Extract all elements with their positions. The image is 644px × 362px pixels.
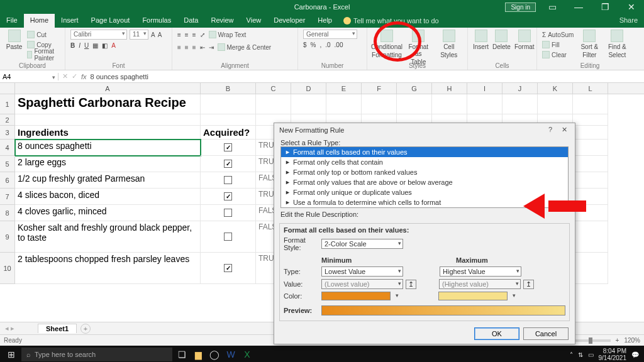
notifications-icon[interactable]: 💬 xyxy=(631,351,639,358)
align-center-icon[interactable]: ≡ xyxy=(185,44,189,51)
cell[interactable] xyxy=(573,114,608,126)
grow-font-icon[interactable]: A xyxy=(151,30,155,40)
start-button[interactable]: ⊞ xyxy=(1,349,21,359)
explorer-icon[interactable]: ▆ xyxy=(191,348,205,361)
tray-battery-icon[interactable]: ▭ xyxy=(588,351,594,358)
cell[interactable]: 8 ounces spaghetti xyxy=(15,140,201,156)
cell[interactable]: Kosher salt and freshly ground black pep… xyxy=(15,221,201,253)
cell[interactable] xyxy=(573,189,608,205)
checkbox[interactable] xyxy=(224,264,232,272)
indent-dec-icon[interactable]: ⇤ xyxy=(200,44,205,51)
cell[interactable] xyxy=(15,114,201,126)
cell[interactable] xyxy=(573,126,608,140)
checkbox[interactable] xyxy=(224,192,232,200)
taskbar-search[interactable]: ⌕Type here to search xyxy=(21,348,172,361)
cut-button[interactable]: Cut xyxy=(27,30,60,40)
tab-file[interactable]: File xyxy=(0,14,24,28)
close-icon[interactable]: ✕ xyxy=(621,2,641,12)
border-button[interactable]: ▦ xyxy=(92,42,98,49)
tab-view[interactable]: View xyxy=(240,14,268,28)
conditional-formatting-button[interactable]: ConditionalFormatting xyxy=(372,30,401,58)
maximize-icon[interactable]: ❐ xyxy=(595,2,615,12)
italic-button[interactable]: I xyxy=(79,42,80,49)
fill-color-button[interactable]: ◧ xyxy=(102,42,108,49)
cell[interactable] xyxy=(201,140,256,156)
ribbon-options-icon[interactable]: ▭ xyxy=(542,2,562,12)
cell[interactable]: 2 large eggs xyxy=(15,156,201,172)
min-type-select[interactable]: Lowest Value xyxy=(321,266,403,277)
find-select-button[interactable]: Find &Select xyxy=(605,30,629,58)
paste-button[interactable]: Paste xyxy=(5,30,23,50)
checkbox[interactable] xyxy=(224,176,232,184)
tab-home[interactable]: Home xyxy=(24,14,55,28)
cell[interactable] xyxy=(326,94,362,114)
cell[interactable]: 4 cloves garlic, minced xyxy=(15,205,201,221)
row-header[interactable]: 7 xyxy=(0,189,15,205)
percent-icon[interactable]: % xyxy=(311,41,316,48)
cell[interactable]: Acquired? xyxy=(201,126,256,140)
fill-button[interactable]: Fill xyxy=(542,40,574,50)
col-A[interactable]: A xyxy=(15,83,201,94)
formula-input[interactable]: 8 ounces spaghetti xyxy=(91,73,148,80)
cell[interactable] xyxy=(573,221,608,253)
signin-button[interactable]: Sign in xyxy=(505,3,536,12)
delete-cells-button[interactable]: Delete xyxy=(492,30,511,50)
insert-cells-button[interactable]: Insert xyxy=(473,30,489,50)
tab-nav-icons[interactable]: ◂ ▸ xyxy=(5,324,14,332)
col-F[interactable]: F xyxy=(362,83,397,94)
underline-button[interactable]: U xyxy=(84,42,89,49)
align-left-icon[interactable]: ≡ xyxy=(177,44,181,51)
cell[interactable] xyxy=(362,94,397,114)
cell[interactable] xyxy=(201,156,256,172)
cell[interactable] xyxy=(201,221,256,253)
zoom-value[interactable]: 120% xyxy=(624,337,640,344)
cell[interactable] xyxy=(573,172,608,189)
align-middle-icon[interactable]: ≡ xyxy=(185,31,189,38)
select-all-corner[interactable] xyxy=(0,83,15,94)
autosum-button[interactable]: ΣAutoSum xyxy=(542,30,574,40)
col-I[interactable]: I xyxy=(467,83,502,94)
cell[interactable] xyxy=(502,94,538,114)
format-painter-button[interactable]: Format Painter xyxy=(27,50,60,60)
col-C[interactable]: C xyxy=(256,83,291,94)
col-J[interactable]: J xyxy=(502,83,538,94)
row-header[interactable]: 2 xyxy=(0,114,15,126)
cell[interactable] xyxy=(538,94,573,114)
cell[interactable]: Ingredients xyxy=(15,126,201,140)
chrome-icon[interactable]: ◯ xyxy=(208,348,221,361)
tab-help[interactable]: Help xyxy=(311,14,338,28)
cell[interactable] xyxy=(201,172,256,189)
cell[interactable] xyxy=(201,189,256,205)
checkbox[interactable] xyxy=(224,143,232,151)
quick-redo-icon[interactable] xyxy=(31,1,43,13)
cell[interactable]: Spaghetti Carbonara Recipe xyxy=(15,94,201,114)
col-D[interactable]: D xyxy=(291,83,326,94)
cell[interactable] xyxy=(573,94,608,114)
min-value-input[interactable]: (Lowest value) xyxy=(321,279,403,289)
task-view-icon[interactable]: ❏ xyxy=(175,348,189,361)
comma-icon[interactable]: , xyxy=(319,41,321,48)
sheet-tab-sheet1[interactable]: Sheet1 xyxy=(38,324,77,333)
rule-type-list[interactable]: ►Format all cells based on their values … xyxy=(280,146,569,208)
col-B[interactable]: B xyxy=(201,83,256,94)
align-bottom-icon[interactable]: ≡ xyxy=(192,31,196,38)
dec-decimal-icon[interactable]: .00 xyxy=(335,41,343,48)
ok-button[interactable]: OK xyxy=(474,327,519,340)
cell[interactable] xyxy=(397,94,432,114)
accounting-icon[interactable]: $ xyxy=(303,41,307,48)
tab-data[interactable]: Data xyxy=(177,14,204,28)
cell[interactable] xyxy=(291,94,326,114)
quick-save-icon[interactable] xyxy=(4,1,15,13)
row-header[interactable]: 3 xyxy=(0,126,15,140)
orientation-icon[interactable]: ⤢ xyxy=(200,31,205,38)
cell[interactable] xyxy=(201,114,256,126)
add-sheet-button[interactable]: + xyxy=(80,324,91,334)
row-header[interactable]: 9 xyxy=(0,221,15,253)
clear-button[interactable]: Clear xyxy=(542,50,574,60)
col-K[interactable]: K xyxy=(538,83,573,94)
cell[interactable] xyxy=(573,253,608,284)
tab-insert[interactable]: Insert xyxy=(55,14,85,28)
row-header[interactable]: 4 xyxy=(0,140,15,156)
minimize-icon[interactable]: — xyxy=(569,2,589,12)
cell[interactable] xyxy=(201,253,256,284)
